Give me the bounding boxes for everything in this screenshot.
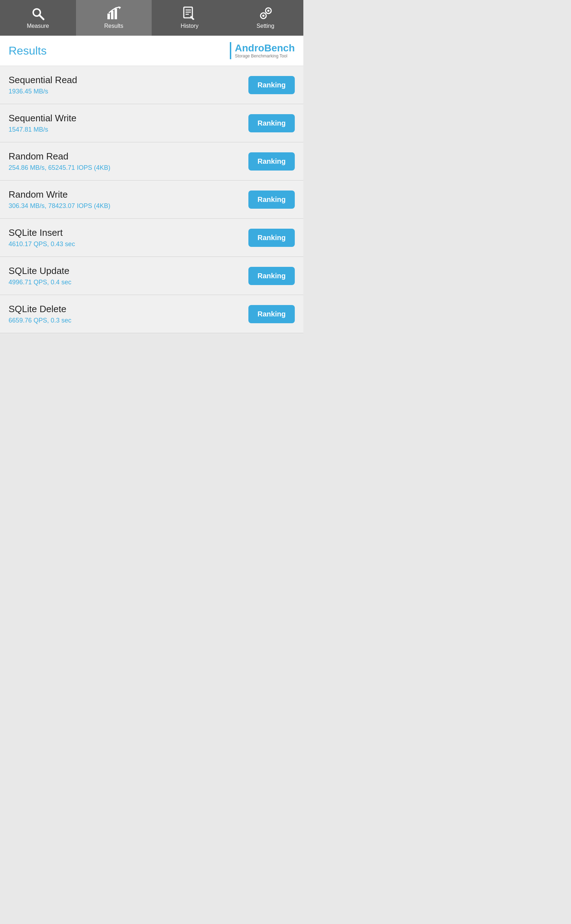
result-title: SQLite Insert xyxy=(9,227,75,238)
result-info: SQLite Insert 4610.17 QPS, 0.43 sec xyxy=(9,227,75,248)
svg-rect-3 xyxy=(111,11,114,19)
page-title: Results xyxy=(9,44,47,57)
ranking-button[interactable]: Ranking xyxy=(248,305,295,323)
result-value: 4610.17 QPS, 0.43 sec xyxy=(9,240,75,248)
nav-label-results: Results xyxy=(104,23,123,29)
result-info: Random Read 254.86 MB/s, 65245.71 IOPS (… xyxy=(9,151,110,172)
nav-item-history[interactable]: History xyxy=(152,0,228,36)
setting-icon xyxy=(258,6,273,21)
ranking-button[interactable]: Ranking xyxy=(248,229,295,247)
measure-icon xyxy=(31,6,45,21)
logo-bar xyxy=(230,42,231,59)
ranking-button[interactable]: Ranking xyxy=(248,152,295,171)
result-row: Random Write 306.34 MB/s, 78423.07 IOPS … xyxy=(0,180,303,219)
result-title: Random Read xyxy=(9,151,110,162)
logo-subtitle: Storage Benchmarking Tool xyxy=(235,54,295,59)
result-info: Sequential Write 1547.81 MB/s xyxy=(9,113,76,133)
result-value: 306.34 MB/s, 78423.07 IOPS (4KB) xyxy=(9,202,110,210)
result-value: 6659.76 QPS, 0.3 sec xyxy=(9,317,71,324)
result-row: Random Read 254.86 MB/s, 65245.71 IOPS (… xyxy=(0,142,303,180)
logo-name-part1: Andro xyxy=(235,42,264,54)
nav-bar: Measure Results History xyxy=(0,0,303,36)
svg-point-12 xyxy=(267,10,269,12)
result-row: SQLite Delete 6659.76 QPS, 0.3 sec Ranki… xyxy=(0,295,303,333)
result-title: Sequential Write xyxy=(9,113,76,124)
result-info: SQLite Delete 6659.76 QPS, 0.3 sec xyxy=(9,303,71,324)
results-icon xyxy=(107,6,121,21)
result-value: 254.86 MB/s, 65245.71 IOPS (4KB) xyxy=(9,164,110,172)
brand-logo: AndroBench Storage Benchmarking Tool xyxy=(230,42,295,59)
result-row: Sequential Read 1936.45 MB/s Ranking xyxy=(0,66,303,104)
svg-rect-4 xyxy=(114,9,117,19)
nav-label-measure: Measure xyxy=(27,23,49,29)
nav-label-setting: Setting xyxy=(256,23,275,29)
nav-item-measure[interactable]: Measure xyxy=(0,0,76,36)
svg-point-14 xyxy=(262,15,264,17)
result-info: Random Write 306.34 MB/s, 78423.07 IOPS … xyxy=(9,189,110,210)
ranking-button[interactable]: Ranking xyxy=(248,76,295,94)
logo-text: AndroBench Storage Benchmarking Tool xyxy=(235,43,295,59)
result-info: Sequential Read 1936.45 MB/s xyxy=(9,75,77,95)
nav-item-results[interactable]: Results xyxy=(76,0,152,36)
page-header: Results AndroBench Storage Benchmarking … xyxy=(0,36,303,66)
svg-line-1 xyxy=(39,15,43,19)
svg-rect-2 xyxy=(107,14,110,19)
results-list: Sequential Read 1936.45 MB/s Ranking Seq… xyxy=(0,66,303,333)
ranking-button[interactable]: Ranking xyxy=(248,267,295,285)
result-title: SQLite Delete xyxy=(9,303,71,315)
result-row: Sequential Write 1547.81 MB/s Ranking xyxy=(0,104,303,142)
result-value: 1936.45 MB/s xyxy=(9,88,77,95)
result-row: SQLite Insert 4610.17 QPS, 0.43 sec Rank… xyxy=(0,219,303,257)
ranking-button[interactable]: Ranking xyxy=(248,191,295,209)
nav-item-setting[interactable]: Setting xyxy=(228,0,304,36)
logo-name-part2: Bench xyxy=(264,42,295,54)
result-value: 1547.81 MB/s xyxy=(9,126,76,133)
result-title: Sequential Read xyxy=(9,75,77,86)
result-title: Random Write xyxy=(9,189,110,200)
ranking-button[interactable]: Ranking xyxy=(248,114,295,132)
result-info: SQLite Update 4996.71 QPS, 0.4 sec xyxy=(9,265,71,286)
logo-name: AndroBench xyxy=(235,43,295,54)
svg-marker-5 xyxy=(119,6,121,9)
result-row: SQLite Update 4996.71 QPS, 0.4 sec Ranki… xyxy=(0,257,303,295)
result-title: SQLite Update xyxy=(9,265,71,277)
result-value: 4996.71 QPS, 0.4 sec xyxy=(9,279,71,286)
nav-label-history: History xyxy=(181,23,198,29)
history-icon xyxy=(182,6,197,21)
